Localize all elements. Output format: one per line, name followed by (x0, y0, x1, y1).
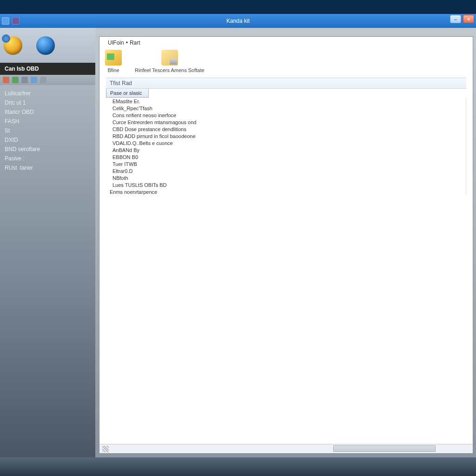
sidebar-item[interactable]: Drtc ut 1 (0, 98, 95, 107)
folder-open-icon (105, 50, 122, 66)
sidebar-item[interactable]: BND seroftare (0, 145, 95, 154)
sidebar-items: Lullicarfrer Drtc ut 1 Ittaricr OBD FASH… (0, 85, 95, 176)
item-list: EMastite Er. Celik_Rpec'Tfash Cons nnfie… (106, 98, 466, 195)
list-item[interactable]: NBfoth (112, 174, 466, 181)
toolbar-label: Bfine (107, 67, 119, 73)
secondary-icon[interactable] (12, 17, 20, 25)
sidebar-item[interactable]: Lullicarfrer (0, 89, 95, 98)
sidebar-toolbar (0, 75, 95, 85)
list-item[interactable]: Enms noenrtarpence (110, 188, 466, 195)
minimize-button[interactable]: – (450, 15, 461, 23)
tool-icon-2[interactable] (12, 77, 19, 83)
list-item[interactable]: Tuer ITWB (112, 160, 466, 167)
scrollbar-horizontal[interactable] (333, 445, 436, 452)
tool-icon-1[interactable] (3, 77, 9, 83)
tool-icon-3[interactable] (21, 77, 28, 83)
app-body: Can Isb OBD Lullicarfrer Drtc ut 1 Ittar… (0, 28, 476, 457)
list-item[interactable]: EBBON B0 (112, 153, 466, 160)
sidebar-item[interactable]: FASH (0, 117, 95, 126)
globe-icon[interactable] (36, 36, 55, 55)
list-item[interactable]: VDALID.Q..Belts e cuonce (112, 139, 466, 146)
list-item[interactable]: RBD ADD pirnurd in ficol baoodeone (112, 132, 466, 139)
column-header[interactable]: Pase or slasic (106, 89, 149, 98)
titlebar: Kanda kit – ✕ (0, 14, 476, 28)
toolbar: Bfine Rinfeel Tescers Amens Softate (99, 49, 473, 76)
list-item[interactable]: Eltrar0.D (112, 167, 466, 174)
resize-handle-icon[interactable] (102, 446, 109, 452)
menu-item[interactable]: UlFoin (108, 40, 124, 46)
close-button[interactable]: ✕ (463, 15, 474, 23)
toolbar-button-refresh[interactable]: Rinfeel Tescers Amens Softate (135, 50, 205, 73)
list-item[interactable]: Celik_Rpec'Tfash (112, 105, 466, 112)
menubar: UlFoin • Rart (99, 37, 473, 49)
window-controls: – ✕ (450, 15, 474, 23)
tool-icon-5[interactable] (40, 77, 46, 83)
list-item[interactable]: Cons nnfient neoso inerfoce (112, 112, 466, 119)
shield-globe-icon[interactable] (4, 36, 22, 55)
sidebar-item[interactable]: Ittaricr OBD (0, 107, 95, 117)
list-item[interactable]: Curce Entreorden mtansmagous ond (112, 119, 466, 126)
sidebar-header: Can Isb OBD (0, 63, 95, 75)
list-item[interactable]: CBD Dose prestance dendlitions (112, 126, 466, 132)
menu-separator: • (126, 40, 128, 46)
statusbar (99, 444, 473, 453)
list-item[interactable]: Lues TUSLtS OBITs BD (112, 181, 466, 188)
window-title: Kanda kit (226, 18, 250, 24)
menu-item[interactable]: Rart (130, 40, 140, 46)
sidebar: Can Isb OBD Lullicarfrer Drtc ut 1 Ittar… (0, 28, 95, 457)
column-header-row: Pase or slasic (106, 89, 466, 98)
sidebar-top-icons (0, 28, 95, 63)
taskbar (0, 457, 476, 476)
tool-icon-4[interactable] (31, 77, 37, 83)
list-item[interactable]: EMastite Er. (112, 98, 466, 105)
sidebar-item[interactable]: RUst ·tarier (0, 163, 95, 172)
folder-export-icon (161, 50, 178, 66)
section-header: Tfist Rad (106, 78, 466, 89)
list-item[interactable]: AnBANd By (112, 146, 466, 153)
toolbar-label: Rinfeel Tescers Amens Softate (135, 67, 205, 73)
titlebar-left-icons (2, 17, 20, 25)
sidebar-item[interactable]: St (0, 126, 95, 135)
sidebar-item[interactable]: DXtD (0, 135, 95, 145)
app-icon[interactable] (2, 17, 9, 25)
main-panel: UlFoin • Rart Bfine Rinfeel Tescers Amen… (99, 36, 473, 454)
toolbar-button-open[interactable]: Bfine (105, 50, 122, 73)
sidebar-item[interactable]: Pasive : (0, 154, 95, 163)
